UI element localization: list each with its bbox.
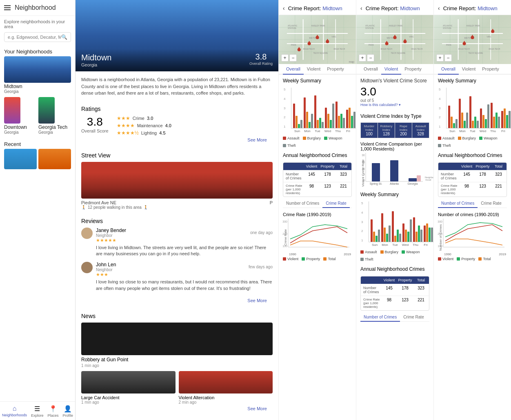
crime-header-3: ‹ Crime Report: Midtown	[434, 0, 511, 15]
crime-tab-overall-2[interactable]: Overall	[360, 64, 381, 75]
crime-tab-property-3[interactable]: Property	[479, 64, 502, 75]
crime-tab-violent-3[interactable]: Violent	[459, 64, 479, 75]
reviews-see-more[interactable]: See More	[81, 296, 273, 305]
nav-item-neighborhoods[interactable]: ⌂ Neighborhoods	[2, 405, 27, 418]
profile-icon: 👤	[64, 405, 72, 413]
zoom-in-3[interactable]: +	[436, 54, 444, 62]
home-icon: ⌂	[13, 405, 17, 412]
crime-tab-violent-1[interactable]: Violent	[304, 64, 324, 75]
news-item-time-1: 1 min ago	[81, 400, 176, 405]
hero-rating-block: 3.8 Overall Rating	[249, 52, 273, 66]
annual-row1-property-2: 178	[397, 284, 413, 296]
annual-row2-violent-1: 98	[304, 182, 320, 197]
murder-index-cell: Murder Index 100	[361, 123, 378, 138]
search-bar[interactable]: 🔍	[4, 32, 71, 42]
svg-marker-28	[298, 47, 301, 50]
violent-score-number: 3.0	[360, 85, 429, 98]
svg-text:IRGIA TECH: IRGIA TECH	[458, 48, 470, 50]
annual-row1-total-2: 323	[413, 284, 429, 296]
back-icon-1[interactable]: ‹	[283, 5, 285, 11]
street-view-image	[81, 162, 273, 199]
annual-header-violent-3: Violent	[459, 163, 475, 170]
your-neighborhoods-title: Your Neighborhoods	[0, 45, 75, 56]
comparison-title: Violent Crime Comparison (per 1,000 Resi…	[360, 141, 429, 151]
neighborhood-description: Midtown is a neighborhood in Atlanta, Ge…	[76, 71, 278, 102]
hero-image: Midtown Georgia 3.8 Overall Rating	[76, 0, 278, 71]
neighborhood-name-georgia-tech: Georgia Tech	[38, 124, 71, 130]
news-see-more[interactable]: See More	[81, 405, 273, 413]
crime-tab-violent-2[interactable]: Violent	[381, 64, 401, 75]
zoom-out-1[interactable]: −	[289, 54, 297, 62]
crime-stars: ★★★	[117, 115, 130, 121]
tab-sw-number-3[interactable]: Number of Crimes	[438, 199, 478, 208]
annual-header-total-2: Total	[413, 276, 429, 284]
annual-header-empty-1	[283, 163, 304, 170]
line-chart-section-3: Number of crimes (1990-2019) Number of C…	[434, 210, 511, 263]
overall-score-label: Overall Score	[81, 128, 109, 133]
nav-item-explore[interactable]: ☰ Explore	[31, 405, 44, 418]
recent-img-1[interactable]	[4, 149, 37, 169]
zoom-in-1[interactable]: +	[281, 54, 289, 62]
nav-item-profile[interactable]: 👤 Profile	[62, 405, 73, 418]
reviewer-name-0: Janey Bender	[96, 228, 126, 233]
ratings-see-more[interactable]: See More	[81, 136, 273, 144]
line-legend-3: Violent Property Total	[438, 256, 507, 262]
ratings-title: Ratings	[81, 106, 273, 112]
violent-score-how-text: How is this calculated?	[360, 103, 398, 107]
maintenance-value: 4.0	[165, 123, 171, 128]
annual-row2-total-1: 221	[335, 182, 351, 197]
crime-tabs-1: Overall Violent Property	[279, 64, 356, 75]
legend-assault-1: Assault	[283, 136, 300, 140]
tab-sw-number-2[interactable]: Number of Crimes	[360, 313, 400, 322]
rating-details: ★★★ Crime 3.0 ★★★★ Maintenance 4.0 ★★★★½…	[117, 115, 171, 136]
tab-sw-number-1[interactable]: Number of Crimes	[283, 199, 322, 208]
annual-header-property-1: Property	[320, 163, 335, 170]
news-item-img-1	[81, 371, 176, 393]
crime-tab-overall-3[interactable]: Overall	[438, 64, 459, 75]
annual-row1-violent-3: 145	[459, 170, 475, 182]
back-icon-3[interactable]: ‹	[438, 5, 440, 11]
legend-3: Assault Burglary Weapon Theft	[434, 135, 511, 149]
annual-row1-property-3: 178	[475, 170, 491, 182]
crime-tab-overall-1[interactable]: Overall	[283, 64, 304, 75]
news-section: News Robbery at Gun Point 1 min ago Larg…	[76, 309, 278, 417]
neighborhood-img-georgia-tech[interactable]	[38, 97, 55, 124]
zoom-out-2[interactable]: −	[367, 54, 374, 62]
recent-title: Recent	[0, 138, 75, 149]
svg-marker-58	[403, 39, 407, 42]
svg-text:IRGIA TECH: IRGIA TECH	[381, 48, 392, 50]
tab-sw-rate-3[interactable]: Crime Rate	[478, 199, 505, 208]
crime-tab-property-2[interactable]: Property	[401, 64, 425, 75]
map-controls-1: + −	[281, 54, 297, 62]
tab-switcher-3: Number of Crimes Crime Rate	[438, 199, 507, 208]
crime-tabs-2: Overall Violent Property	[356, 64, 433, 75]
annual-row2-property-1: 123	[320, 182, 335, 197]
crime-panel-3-title: Crime Report: Midtown	[443, 5, 498, 11]
street-view-page: P	[270, 200, 273, 205]
neighborhood-img-downtown[interactable]	[4, 97, 20, 124]
crime-header-1: ‹ Crime Report: Midtown	[279, 0, 356, 15]
annual-title-3: Annual Neighborhood Crimes	[434, 149, 511, 160]
recent-img-2[interactable]	[38, 149, 71, 169]
hero-overall-rating-label: Overall Rating	[249, 62, 273, 66]
review-text-0: I love living in Midtown. The streets ar…	[96, 245, 273, 257]
neighborhood-item-midtown[interactable]: Midtown Georgia	[4, 56, 71, 94]
annual-row2-property-2: 123	[397, 296, 413, 310]
annual-title-1: Annual Neighborhood Crimes	[279, 149, 356, 160]
hamburger-icon[interactable]	[4, 5, 11, 10]
tab-sw-rate-2[interactable]: Crime Rate	[400, 313, 427, 322]
violent-score-how[interactable]: How is this calculated? ▾	[360, 103, 429, 107]
annual-row2-property-3: 123	[475, 182, 491, 197]
zoom-in-2[interactable]: +	[359, 54, 366, 62]
search-input[interactable]	[8, 35, 61, 40]
back-icon-2[interactable]: ‹	[360, 5, 362, 11]
zoom-out-3[interactable]: −	[444, 54, 452, 62]
tab-sw-rate-1[interactable]: Crime Rate	[322, 199, 350, 208]
crime-tab-property-1[interactable]: Property	[324, 64, 347, 75]
sidebar-header: Neighborhood	[0, 0, 75, 16]
street-view-location: Piedmont Ave NE	[81, 200, 116, 205]
nav-item-places[interactable]: 📍 Places	[47, 405, 58, 418]
news-item-2: Violent Altercation 2 min ago	[179, 371, 273, 405]
news-title: News	[81, 313, 273, 319]
review-item-0: Janey Bender Neighbor one day ago ★★★★★ …	[81, 228, 273, 257]
